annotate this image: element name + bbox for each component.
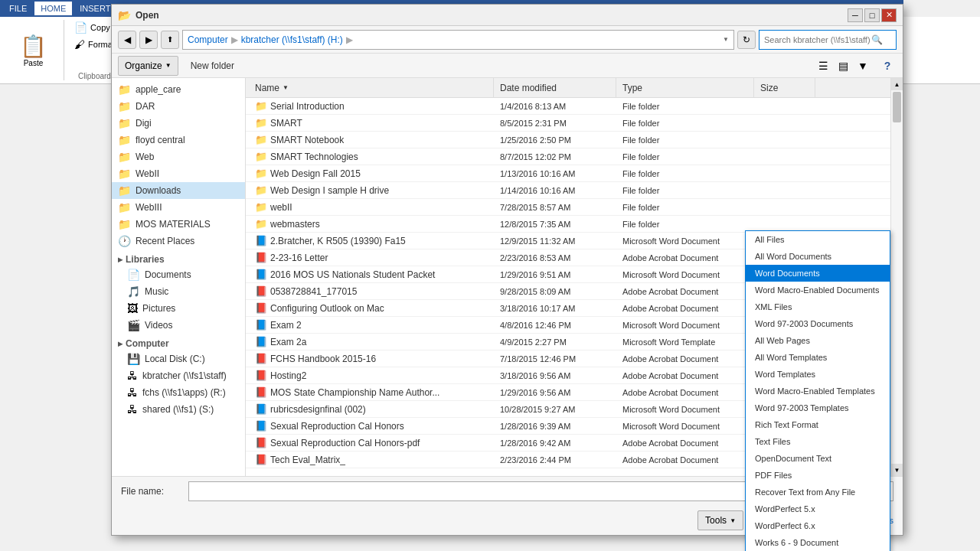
dropdown-item-word-97-2003-templates[interactable]: Word 97-2003 Templates [746,399,890,416]
search-box[interactable]: 🔍 [759,30,897,50]
file-scrollbar[interactable]: ▲ ▼ [890,78,903,476]
dropdown-item-word-macro-enabled-templates[interactable]: Word Macro-Enabled Templates [746,383,890,399]
col-header-size[interactable]: Size [754,78,815,97]
file-name: 📕Configuring Outlook on Mac [249,302,494,314]
tools-button[interactable]: Tools ▼ [697,510,743,530]
filename-input[interactable] [188,481,746,501]
address-dropdown-arrow[interactable]: ▼ [723,36,729,43]
refresh-button[interactable]: ↻ [737,31,756,49]
dropdown-item-all-word-documents[interactable]: All Word Documents [746,248,890,265]
dropdown-item-word-documents[interactable]: Word Documents [746,265,890,282]
sidebar-item-webiii[interactable]: 📁WebIII [112,199,245,216]
sidebar-item-local-disk-c-[interactable]: 💾Local Disk (C:) [112,350,245,367]
dropdown-item-xml-files[interactable]: XML Files [746,298,890,315]
dropdown-item-all-web-pages[interactable]: All Web Pages [746,332,890,349]
file-date: 7/18/2015 12:46 PM [494,354,616,364]
paste-button[interactable]: 📋 Paste [20,34,47,67]
sidebar-item-webii[interactable]: 📁WebII [112,165,245,182]
col-header-name[interactable]: Name ▼ [249,78,494,97]
ribbon-tab-home[interactable]: HOME [34,2,72,15]
file-row[interactable]: 📁SMART Notebook 1/25/2016 2:50 PM File f… [246,132,890,148]
new-folder-button[interactable]: New folder [185,56,240,76]
sidebar-item-music[interactable]: 🎵Music [112,283,245,300]
sidebar-item-mos-materials[interactable]: 📁MOS MATERIALS [112,216,245,233]
dropdown-item-all-files[interactable]: All Files [746,231,890,248]
sidebar-section-computer: ▶Computer [112,334,245,350]
file-name: 📁SMART [249,117,494,129]
back-button[interactable]: ◀ [118,31,136,49]
scroll-up-arrow[interactable]: ▲ [891,78,903,90]
dropdown-item-all-word-templates[interactable]: All Word Templates [746,349,890,366]
breadcrumb-computer[interactable]: Computer [188,34,228,45]
sidebar-item-label: fchs (\\fs1\apps) (R:) [142,387,226,398]
folder-icon: 📁 [118,168,131,180]
sidebar-item-apple_care[interactable]: 📁apple_care [112,81,245,98]
file-type: Adobe Acrobat Document [616,455,754,465]
sidebar-item-shared-fs1-s-[interactable]: 🖧shared (\\fs1) (S:) [112,401,245,418]
file-row[interactable]: 📁webII 7/28/2015 8:57 AM File folder [246,199,890,216]
file-row[interactable]: 📁Web Design I sample H drive 1/14/2016 1… [246,182,890,199]
file-name: 📁Web Design Fall 2015 [249,168,494,179]
sidebar-item-kbratcher-fs1-staff-[interactable]: 🖧kbratcher (\\fs1\staff) [112,367,245,384]
view-options-button[interactable]: ▼ [854,57,872,75]
forward-button[interactable]: ▶ [139,31,158,49]
folder-icon: 📁 [255,134,267,145]
sidebar-item-videos[interactable]: 🎬Videos [112,317,245,334]
ribbon-tab-insert[interactable]: INSERT [74,2,116,15]
ribbon-tab-file[interactable]: FILE [3,2,33,15]
dropdown-item-recover-text-from-any-file[interactable]: Recover Text from Any File [746,484,890,500]
dropdown-item-wordperfect-6.x[interactable]: WordPerfect 6.x [746,517,890,534]
dropdown-item-works-6---9-document[interactable]: Works 6 - 9 Document [746,534,890,551]
sidebar-item-floyd-central[interactable]: 📁floyd central [112,132,245,148]
sidebar-item-label: shared (\\fs1) (S:) [142,404,214,415]
sidebar-item-recent-places[interactable]: 🕐Recent Places [112,233,245,249]
dropdown-item-word-templates[interactable]: Word Templates [746,366,890,383]
sidebar-item-pictures[interactable]: 🖼Pictures [112,300,245,317]
organize-button[interactable]: Organize ▼ [118,56,178,76]
sidebar-item-documents[interactable]: 📄Documents [112,266,245,283]
minimize-button[interactable]: ─ [848,8,863,22]
dropdown-item-word-97-2003-documents[interactable]: Word 97-2003 Documents [746,315,890,332]
file-type: File folder [616,169,754,178]
up-button[interactable]: ⬆ [161,31,179,49]
view-details-button[interactable]: ▤ [834,57,852,75]
breadcrumb-drive[interactable]: kbratcher (\\fs1\staff) (H:) [241,34,343,45]
file-type: File folder [616,203,754,212]
dropdown-item-word-macro-enabled-documents[interactable]: Word Macro-Enabled Documents [746,282,890,298]
search-input[interactable] [764,35,871,44]
file-row[interactable]: 📁SMART 8/5/2015 2:31 PM File folder [246,115,890,132]
file-row[interactable]: 📁Web Design Fall 2015 1/13/2016 10:16 AM… [246,165,890,182]
file-name: 📕0538728841_177015 [249,285,494,297]
copy-button[interactable]: 📄 Copy [71,20,113,35]
sidebar-item-label: Local Disk (C:) [145,354,205,364]
folder-icon: 📁 [118,151,131,163]
col-header-type[interactable]: Type [616,78,754,97]
scroll-down-arrow[interactable]: ▼ [891,464,903,476]
file-date: 1/28/2016 9:39 AM [494,422,616,431]
address-bar[interactable]: Computer ▶ kbratcher (\\fs1\staff) (H:) … [182,30,734,50]
view-list-button[interactable]: ☰ [814,57,832,75]
sidebar-item-label: floyd central [136,135,185,145]
dropdown-item-wordperfect-5.x[interactable]: WordPerfect 5.x [746,500,890,517]
dropdown-item-opendocument-text[interactable]: OpenDocument Text [746,450,890,467]
sidebar-item-dar[interactable]: 📁DAR [112,98,245,115]
dropdown-item-rich-text-format[interactable]: Rich Text Format [746,416,890,433]
close-button[interactable]: ✕ [881,8,897,22]
folder-icon: 🖧 [127,386,138,399]
file-name: 📁webII [249,201,494,213]
file-row[interactable]: 📁Serial Introduction 1/4/2016 8:13 AM Fi… [246,98,890,115]
dropdown-item-text-files[interactable]: Text Files [746,433,890,450]
file-row[interactable]: 📁SMART Technologies 8/7/2015 12:02 PM Fi… [246,148,890,165]
help-button[interactable]: ? [878,57,897,75]
sidebar-item-fchs-fs1-apps-r-[interactable]: 🖧fchs (\\fs1\apps) (R:) [112,384,245,401]
scroll-thumb[interactable] [893,92,901,122]
file-date: 9/28/2015 8:09 AM [494,287,616,296]
folder-icon: 📁 [255,117,267,129]
sidebar-item-web[interactable]: 📁Web [112,148,245,165]
dropdown-item-pdf-files[interactable]: PDF Files [746,467,890,484]
sidebar-item-digi[interactable]: 📁Digi [112,115,245,132]
sidebar-item-downloads[interactable]: 📁Downloads [112,182,245,199]
file-type: Microsoft Word Document [616,321,754,330]
maximize-button[interactable]: □ [864,8,880,22]
col-header-date[interactable]: Date modified [494,78,616,97]
